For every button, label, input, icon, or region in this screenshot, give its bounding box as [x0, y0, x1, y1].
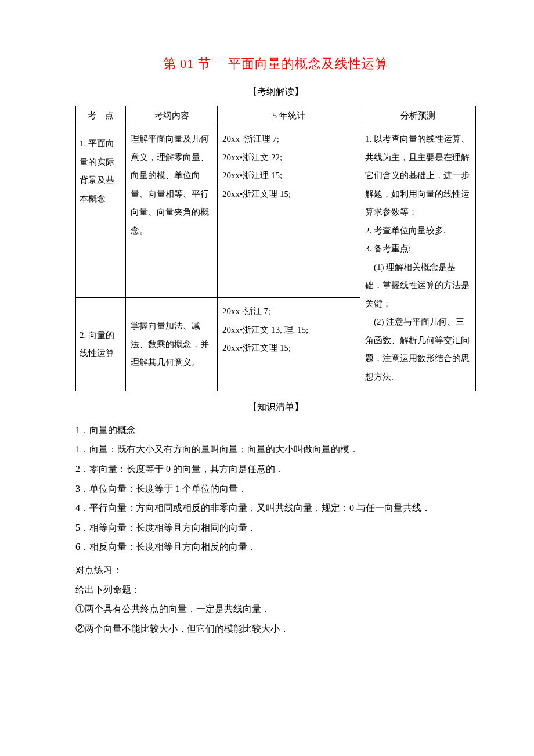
section-header-knowledge: 【知识清单】: [75, 398, 476, 416]
knowledge-block: 1．向量的概念 1．向量：既有大小又有方向的量叫向量；向量的大小叫做向量的模． …: [75, 422, 476, 556]
practice-intro: 给出下列命题：: [75, 581, 476, 599]
table-header-row: 考 点 考纲内容 5 年统计 分析预测: [76, 106, 476, 125]
cell-analysis: 1. 以考查向量的线性运算、共线为主，且主要是在理解它们含义的基础上，进一步解题…: [360, 125, 476, 391]
knowledge-item: 1．向量：既有大小又有方向的量叫向量；向量的大小叫做向量的模．: [75, 441, 476, 458]
cell-topic-1: 1. 平面向量的实际背景及基本概念: [76, 125, 126, 298]
analysis-paragraph: (2) 注意与平面几何、三角函数、解析几何等交汇问题，注意运用数形结合的思想方法…: [365, 313, 471, 386]
cell-stats-2: 20xx ·浙江 7; 20xx•浙江文 13, 理. 15; 20xx•浙江文…: [218, 298, 360, 391]
col-header-topic: 考 点: [76, 106, 126, 125]
practice-heading: 对点练习：: [75, 561, 476, 579]
stat-line: 20xx•浙江文理 15;: [222, 339, 355, 358]
practice-statement: ②两个向量不能比较大小，但它们的模能比较大小．: [75, 620, 476, 638]
stat-line: 20xx ·浙江 7;: [222, 303, 355, 321]
col-header-outline: 考纲内容: [126, 106, 218, 125]
knowledge-item: 3．单位向量：长度等于 1 个单位的向量．: [75, 480, 476, 498]
table-row: 1. 平面向量的实际背景及基本概念 理解平面向量及几何意义，理解零向量、向量的模…: [76, 125, 476, 298]
document-title: 第 01 节 平面向量的概念及线性运算: [75, 52, 476, 76]
knowledge-heading: 1．向量的概念: [75, 422, 476, 439]
stat-line: 20xx•浙江理 15;: [222, 167, 355, 185]
col-header-analysis: 分析预测: [360, 106, 476, 125]
stat-line: 20xx•浙江文 13, 理. 15;: [222, 321, 355, 340]
col-header-stats: 5 年统计: [218, 106, 360, 125]
cell-stats-1: 20xx ·浙江理 7; 20xx•浙江文 22; 20xx•浙江理 15; 2…: [218, 125, 360, 298]
cell-outline-1: 理解平面向量及几何意义，理解零向量、向量的模、单位向量、向量相等、平行向量、向量…: [126, 125, 218, 298]
knowledge-item: 5．相等向量：长度相等且方向相同的向量．: [75, 519, 476, 537]
section-header-outline: 【考纲解读】: [75, 83, 476, 100]
analysis-paragraph: 1. 以考查向量的线性运算、共线为主，且主要是在理解它们含义的基础上，进一步解题…: [365, 130, 471, 222]
knowledge-item: 4．平行向量：方向相同或相反的非零向量，又叫共线向量，规定：0 与任一向量共线．: [75, 499, 476, 517]
analysis-paragraph: 2. 考查单位向量较多.: [365, 222, 471, 240]
analysis-paragraph: 3. 备考重点:: [365, 240, 471, 258]
stat-line: 20xx•浙江文理 15;: [222, 185, 355, 204]
analysis-paragraph: (1) 理解相关概念是基础，掌握线性运算的方法是关键；: [365, 258, 471, 314]
cell-outline-2: 掌握向量加法、减法、数乘的概念，并理解其几何意义。: [126, 298, 218, 391]
document-page: 第 01 节 平面向量的概念及线性运算 【考纲解读】 考 点 考纲内容 5 年统…: [0, 0, 534, 697]
practice-statement: ①两个具有公共终点的向量，一定是共线向量．: [75, 600, 476, 618]
knowledge-item: 6．相反向量：长度相等且方向相反的向量．: [75, 538, 476, 556]
knowledge-item: 2．零向量：长度等于 0 的向量，其方向是任意的．: [75, 460, 476, 478]
practice-block: 对点练习： 给出下列命题： ①两个具有公共终点的向量，一定是共线向量． ②两个向…: [75, 561, 476, 637]
cell-topic-2: 2. 向量的线性运算: [76, 298, 126, 391]
stat-line: 20xx•浙江文 22;: [222, 149, 355, 167]
syllabus-table: 考 点 考纲内容 5 年统计 分析预测 1. 平面向量的实际背景及基本概念 理解…: [75, 106, 476, 391]
stat-line: 20xx ·浙江理 7;: [222, 130, 355, 149]
